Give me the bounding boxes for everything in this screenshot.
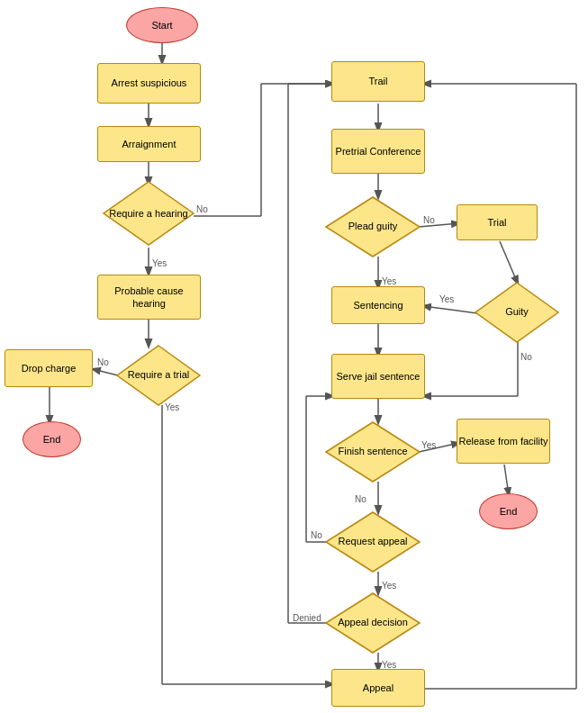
svg-text:No: No: [97, 357, 109, 367]
probable-cause-node: Probable cause hearing: [97, 275, 201, 320]
trial-node: Trial: [457, 204, 538, 240]
svg-text:Yes: Yes: [152, 258, 167, 268]
appeal-decision-node: Appeal decision: [324, 591, 421, 654]
trail-node: Trail: [331, 61, 425, 102]
svg-text:Yes: Yes: [421, 440, 436, 450]
svg-text:No: No: [311, 530, 322, 540]
serve-jail-node: Serve jail sentence: [331, 354, 425, 399]
release-node: Release from facility: [457, 419, 550, 464]
svg-text:Yes: Yes: [439, 294, 454, 304]
drop-charge-node: Drop charge: [5, 349, 93, 387]
sentencing-node: Sentencing: [331, 286, 425, 324]
finish-sentence-node: Finish sentence: [324, 420, 421, 483]
guilty-node: Guity: [474, 281, 560, 344]
svg-text:No: No: [196, 204, 208, 214]
plead-guilty-node: Plead guity: [324, 195, 421, 258]
require-trial-node: Require a trial: [115, 344, 202, 407]
svg-text:No: No: [423, 215, 435, 225]
end-left-node: End: [23, 421, 81, 457]
request-appeal-node: Request appeal: [324, 510, 421, 573]
require-hearing-node: Require a hearing: [102, 180, 195, 248]
svg-line-23: [423, 306, 477, 313]
svg-line-22: [500, 241, 518, 284]
svg-text:No: No: [355, 494, 366, 504]
svg-line-32: [504, 465, 509, 495]
pretrial-node: Pretrial Conference: [331, 129, 425, 174]
svg-text:No: No: [520, 352, 532, 362]
svg-text:Denied: Denied: [293, 613, 321, 623]
arrest-node: Arrest suspicious: [97, 63, 201, 104]
arraignment-node: Arraignment: [97, 126, 201, 162]
end-right-node: End: [479, 493, 538, 529]
svg-text:Yes: Yes: [382, 276, 396, 286]
appeal-node: Appeal: [331, 669, 425, 707]
start-node: Start: [126, 7, 198, 43]
svg-text:Yes: Yes: [382, 581, 396, 591]
